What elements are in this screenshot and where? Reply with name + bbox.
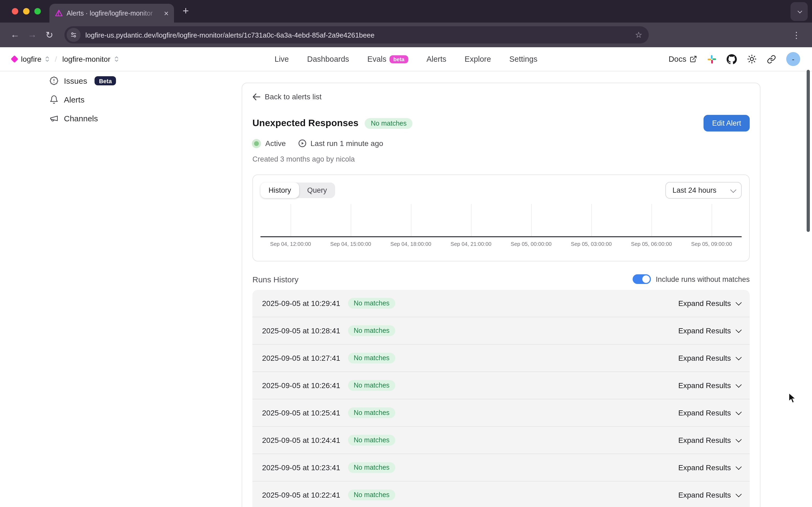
- chart-gridline-cell: [261, 204, 321, 236]
- toggle-label: Include runs without matches: [656, 275, 750, 283]
- nav-item-evals[interactable]: Evalsbeta: [367, 55, 408, 63]
- x-axis-tick-label: Sep 05, 09:00:00: [682, 241, 742, 247]
- chart-gridline-cell: [381, 204, 441, 236]
- run-row[interactable]: 2025-09-05 at 10:22:41 No matches Expand…: [253, 482, 750, 507]
- window-controls[interactable]: [12, 8, 41, 14]
- megaphone-icon: [49, 114, 59, 123]
- sidebar-item-alerts[interactable]: Alerts: [0, 90, 161, 109]
- logfire-favicon-icon: [55, 9, 63, 17]
- address-bar[interactable]: logfire-us.pydantic.dev/logfire/logfire-…: [64, 26, 649, 44]
- chevron-down-icon: [736, 382, 742, 388]
- chart-gridline-cell: [441, 204, 501, 236]
- time-range-select[interactable]: Last 24 hours: [665, 182, 742, 199]
- chevron-down-icon: [736, 409, 742, 415]
- run-match-badge: No matches: [348, 380, 395, 391]
- run-row[interactable]: 2025-09-05 at 10:23:41 No matches Expand…: [253, 454, 750, 482]
- include-runs-toggle[interactable]: [633, 274, 651, 284]
- theme-sun-icon[interactable]: [747, 54, 757, 64]
- tab-search-button[interactable]: [791, 2, 808, 21]
- browser-window: Alerts · logfire/logfire-monitor × + ← →…: [0, 0, 812, 507]
- runs-history-heading: Runs History: [253, 275, 299, 284]
- reload-button[interactable]: ↻: [42, 29, 57, 41]
- org-switcher[interactable]: logfire: [21, 55, 41, 63]
- browser-tab-strip: Alerts · logfire/logfire-monitor × +: [0, 0, 812, 22]
- chart-x-axis-labels: Sep 04, 12:00:00Sep 04, 15:00:00Sep 04, …: [261, 241, 742, 247]
- project-switcher[interactable]: logfire-monitor: [62, 55, 110, 63]
- sidebar-item-issues[interactable]: Issues Beta: [0, 71, 161, 90]
- active-status-dot: [254, 141, 259, 146]
- match-status-badge: No matches: [365, 118, 413, 128]
- browser-tab[interactable]: Alerts · logfire/logfire-monitor ×: [49, 4, 174, 22]
- site-settings-icon[interactable]: [67, 28, 80, 42]
- run-timestamp: 2025-09-05 at 10:22:41: [262, 491, 340, 499]
- github-icon[interactable]: [726, 54, 737, 64]
- history-panel: History Query Last 24 hours Sep 04, 12:0…: [253, 174, 750, 262]
- tab-title: Alerts · logfire/logfire-monitor: [67, 9, 160, 17]
- org-sort-chevrons-icon[interactable]: [45, 56, 49, 62]
- close-window-button[interactable]: [12, 8, 18, 14]
- tab-history[interactable]: History: [261, 182, 299, 198]
- run-row[interactable]: 2025-09-05 at 10:26:41 No matches Expand…: [253, 372, 750, 399]
- expand-results-button[interactable]: Expand Results: [678, 381, 740, 390]
- run-timestamp: 2025-09-05 at 10:27:41: [262, 354, 340, 362]
- logfire-logo-icon: [11, 55, 18, 63]
- user-avatar[interactable]: -: [786, 52, 800, 66]
- page-title: Unexpected Responses: [253, 118, 359, 129]
- bookmark-star-icon[interactable]: ☆: [635, 30, 642, 40]
- back-to-alerts-link[interactable]: Back to alerts list: [253, 92, 750, 101]
- browser-menu-button[interactable]: ⋮: [789, 30, 805, 40]
- forward-button[interactable]: →: [25, 30, 40, 40]
- run-row[interactable]: 2025-09-05 at 10:27:41 No matches Expand…: [253, 345, 750, 372]
- back-button[interactable]: ←: [7, 30, 22, 40]
- sidebar-item-channels[interactable]: Channels: [0, 109, 161, 128]
- expand-results-button[interactable]: Expand Results: [678, 326, 740, 335]
- expand-results-button[interactable]: Expand Results: [678, 299, 740, 307]
- chart-gridline-cell: [501, 204, 561, 236]
- x-axis-tick-label: Sep 05, 06:00:00: [621, 241, 682, 247]
- expand-results-button[interactable]: Expand Results: [678, 463, 740, 472]
- run-match-badge: No matches: [348, 325, 395, 336]
- chevron-down-icon: [736, 327, 742, 333]
- nav-item-alerts[interactable]: Alerts: [426, 55, 446, 63]
- chart-gridline-cell: [682, 204, 742, 236]
- runs-history-chart: [261, 204, 742, 237]
- run-match-badge: No matches: [348, 353, 395, 363]
- nav-item-explore[interactable]: Explore: [465, 55, 491, 63]
- close-tab-icon[interactable]: ×: [164, 9, 169, 17]
- sidebar-item-label: Issues: [64, 76, 87, 86]
- expand-results-button[interactable]: Expand Results: [678, 354, 740, 362]
- run-match-badge: No matches: [348, 462, 395, 473]
- expand-results-button[interactable]: Expand Results: [678, 491, 740, 499]
- breadcrumb: logfire / logfire-monitor: [12, 55, 118, 63]
- run-row[interactable]: 2025-09-05 at 10:24:41 No matches Expand…: [253, 427, 750, 454]
- new-tab-button[interactable]: +: [182, 5, 189, 17]
- x-axis-tick-label: Sep 04, 15:00:00: [321, 241, 381, 247]
- project-sort-chevrons-icon[interactable]: [114, 56, 118, 62]
- run-row[interactable]: 2025-09-05 at 10:29:41 No matches Expand…: [253, 290, 750, 317]
- run-row[interactable]: 2025-09-05 at 10:25:41 No matches Expand…: [253, 399, 750, 427]
- run-timestamp: 2025-09-05 at 10:29:41: [262, 299, 340, 307]
- run-timestamp: 2025-09-05 at 10:24:41: [262, 436, 340, 445]
- nav-item-settings[interactable]: Settings: [509, 55, 538, 63]
- run-row[interactable]: 2025-09-05 at 10:28:41 No matches Expand…: [253, 317, 750, 345]
- share-link-icon[interactable]: [767, 54, 776, 64]
- external-link-icon: [690, 55, 697, 63]
- tab-query[interactable]: Query: [299, 182, 335, 198]
- docs-link[interactable]: Docs: [668, 55, 697, 63]
- history-query-tabs: History Query: [261, 182, 335, 198]
- expand-results-button[interactable]: Expand Results: [678, 408, 740, 417]
- chart-gridline-cell: [621, 204, 682, 236]
- chevron-down-icon: [736, 464, 742, 470]
- url-text[interactable]: logfire-us.pydantic.dev/logfire/logfire-…: [86, 31, 630, 39]
- slack-icon[interactable]: [707, 54, 716, 64]
- minimize-window-button[interactable]: [23, 8, 30, 14]
- nav-item-dashboards[interactable]: Dashboards: [307, 55, 349, 63]
- nav-item-live[interactable]: Live: [275, 55, 289, 63]
- edit-alert-button[interactable]: Edit Alert: [704, 115, 750, 131]
- chevron-down-icon: [736, 491, 742, 497]
- x-axis-tick-label: Sep 04, 21:00:00: [441, 241, 501, 247]
- zoom-window-button[interactable]: [34, 8, 41, 14]
- chevron-down-icon: [736, 436, 742, 443]
- page-scrollbar[interactable]: [806, 70, 810, 232]
- expand-results-button[interactable]: Expand Results: [678, 436, 740, 445]
